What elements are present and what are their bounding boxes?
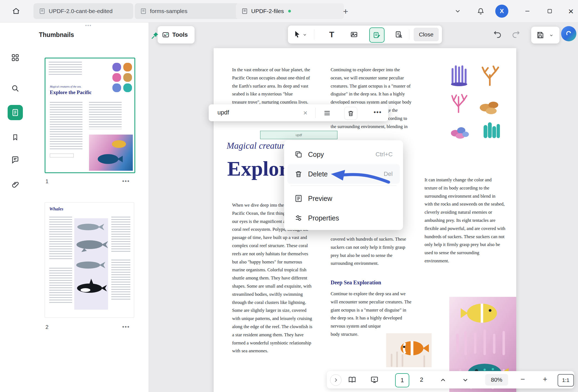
page-indicator-current[interactable]: 1 — [395, 373, 409, 387]
zoom-out-button[interactable]: − — [518, 375, 528, 384]
page-thumbnail-2[interactable]: Whales — [45, 202, 134, 318]
ai-assistant-button[interactable] — [561, 26, 576, 41]
sidebar-item-bookmarks[interactable] — [10, 132, 21, 143]
maximize-button[interactable] — [543, 4, 557, 18]
context-menu-preview[interactable]: Preview — [287, 189, 400, 208]
thumb-coral-blob — [112, 73, 121, 82]
expand-toolbar-button[interactable] — [330, 374, 342, 386]
doc-paragraph-col1-top[interactable]: In the vast embrace of our blue planet, … — [232, 66, 310, 106]
notifications-button[interactable] — [474, 4, 488, 18]
tab-file-icon — [241, 8, 248, 14]
next-page-button[interactable] — [462, 377, 469, 384]
page-thumbnail-1[interactable]: Magical creatures of the sea. Explore th… — [45, 58, 135, 173]
thumb-field-box — [50, 154, 74, 157]
home-button[interactable] — [10, 5, 22, 17]
save-options-dropdown[interactable] — [549, 33, 554, 38]
new-tab-button[interactable]: + — [340, 5, 352, 17]
doc-heading-deep-sea[interactable]: Deep Sea Exploration — [331, 279, 381, 286]
overlay-divider — [315, 108, 316, 118]
chevron-down-icon — [454, 8, 461, 15]
sidebar-item-search[interactable] — [10, 83, 21, 94]
tab-file-icon — [140, 8, 147, 14]
panel-drag-handle[interactable]: ••• — [78, 23, 99, 28]
pin-icon — [151, 31, 159, 39]
panel-title: Thumbnails — [39, 31, 74, 39]
context-menu-properties[interactable]: Properties — [287, 208, 400, 228]
slideshow-view-button[interactable] — [370, 376, 379, 384]
trash-icon — [294, 170, 303, 178]
close-edit-mode-button[interactable]: Close — [414, 28, 439, 41]
tab-updf-2-files[interactable]: UPDF-2-files — [236, 3, 344, 19]
save-button[interactable] — [536, 31, 544, 39]
paperclip-icon — [11, 181, 19, 189]
sidebar-item-attachments[interactable] — [10, 179, 21, 190]
thumb-more-button[interactable]: ••• — [122, 323, 130, 330]
tools-button[interactable]: Tools — [158, 26, 195, 43]
select-tool[interactable] — [293, 30, 301, 38]
previous-page-button[interactable] — [439, 377, 447, 384]
form-field-tool-active[interactable] — [369, 27, 385, 43]
page-thumbnails-icon — [11, 108, 19, 117]
zoom-in-button[interactable]: + — [540, 375, 550, 384]
thumb-subtitle: Magical creatures of the sea. — [50, 85, 81, 88]
toolbar-divider — [314, 29, 314, 40]
undo-icon — [493, 30, 502, 39]
page-indicator-next[interactable]: 2 — [415, 373, 428, 386]
thumb-text-lines — [111, 217, 130, 252]
minimize-button[interactable] — [520, 4, 534, 18]
thumb-text-lines — [49, 268, 72, 303]
tab-forms-samples[interactable]: forms-samples — [135, 3, 240, 19]
thumbnails-panel: ••• Thumbnails Magical creatures of the … — [30, 22, 149, 392]
clear-input-button[interactable]: × — [301, 108, 310, 117]
text-tool[interactable]: T — [325, 27, 339, 42]
chevron-up-icon — [439, 377, 447, 384]
sidebar-item-comments[interactable] — [10, 154, 21, 165]
select-tool-dropdown[interactable] — [303, 33, 307, 37]
form-edit-icon — [373, 31, 381, 39]
chevron-down-icon — [303, 33, 307, 37]
more-options-button[interactable]: ••• — [371, 109, 384, 116]
hamburger-icon — [324, 110, 331, 117]
grid-icon — [11, 54, 19, 62]
menu-item-label: Preview — [308, 195, 332, 203]
menu-item-label: Properties — [308, 214, 339, 222]
presentation-icon — [370, 376, 379, 384]
thumb-coral-blob — [123, 63, 132, 71]
undo-button[interactable] — [493, 30, 502, 39]
doc-paragraph-col2-bottom[interactable]: Continue to explore the deep sea and we … — [331, 290, 411, 338]
page-search-icon — [395, 31, 402, 38]
doc-paragraph-col2-mid[interactable]: covered with hundreds of suckers. These … — [331, 235, 406, 267]
delete-field-button[interactable] — [344, 107, 357, 120]
chevron-right-icon — [333, 377, 339, 383]
clownfish-photo[interactable] — [386, 333, 432, 367]
doc-paragraph-col3[interactable]: It can instantly change the color and te… — [425, 176, 505, 265]
image-tool[interactable] — [347, 27, 361, 42]
context-menu-copy[interactable]: Copy Ctrl+C — [287, 145, 400, 164]
sidebar-item-home-grid[interactable] — [10, 52, 21, 63]
close-window-button[interactable]: × — [564, 4, 578, 18]
account-avatar[interactable]: X — [495, 5, 508, 18]
zoom-level[interactable]: 80% — [485, 374, 508, 385]
thumb-coral-blob — [112, 63, 121, 71]
toolbox-icon — [162, 31, 170, 39]
search-icon — [11, 84, 19, 92]
toolbar-divider — [409, 29, 409, 40]
field-menu-button[interactable] — [321, 107, 333, 119]
selected-text-field[interactable]: updf — [260, 131, 337, 139]
tab-updf-2-0-cant-be-edited[interactable]: UPDF-2.0-cant-be-edited — [33, 3, 133, 19]
sidebar-rail — [0, 22, 30, 392]
sidebar-item-thumbnails-active[interactable] — [8, 105, 23, 120]
redo-button[interactable] — [512, 30, 520, 39]
menu-item-label: Copy — [308, 151, 324, 158]
pin-panel-button[interactable] — [151, 31, 159, 39]
tab-list-button[interactable] — [451, 4, 465, 18]
coral-illustrations-image[interactable] — [445, 62, 503, 139]
field-name-input[interactable]: updf — [217, 109, 229, 116]
actual-size-button[interactable]: 1:1 — [558, 374, 574, 387]
thumb-more-button[interactable]: ••• — [122, 178, 130, 184]
thumb-page-number: 1 — [45, 178, 48, 185]
image-icon — [350, 31, 358, 38]
bookmark-icon — [11, 133, 19, 141]
reader-view-button[interactable] — [348, 376, 356, 384]
page-search-tool[interactable] — [392, 27, 406, 42]
